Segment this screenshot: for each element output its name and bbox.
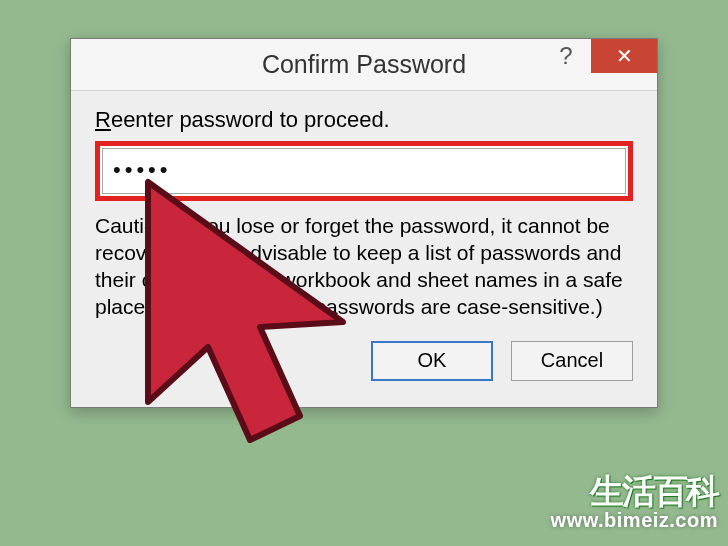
accelerator-letter: R	[95, 107, 111, 132]
confirm-password-dialog: Confirm Password ? ✕ Reenter password to…	[70, 38, 658, 408]
dialog-content: Reenter password to proceed. Caution: If…	[71, 91, 657, 407]
password-field-highlight	[95, 141, 633, 201]
dialog-titlebar[interactable]: Confirm Password ? ✕	[71, 39, 657, 91]
watermark-logo-text: 生活百科	[590, 474, 718, 508]
ok-button-label: OK	[418, 349, 447, 372]
cancel-button-label: Cancel	[541, 349, 603, 372]
watermark-url: www.bimeiz.com	[551, 509, 718, 532]
close-icon: ✕	[616, 44, 633, 68]
titlebar-buttons: ? ✕	[541, 39, 657, 90]
dialog-button-row: OK Cancel	[95, 341, 633, 387]
password-input[interactable]	[102, 148, 626, 194]
close-button[interactable]: ✕	[591, 39, 657, 73]
caution-text: Caution: If you lose or forget the passw…	[95, 213, 633, 321]
reenter-password-label: Reenter password to proceed.	[95, 107, 633, 133]
help-button[interactable]: ?	[541, 39, 591, 73]
ok-button[interactable]: OK	[371, 341, 493, 381]
prompt-rest: eenter password to proceed.	[111, 107, 390, 132]
cancel-button[interactable]: Cancel	[511, 341, 633, 381]
help-icon: ?	[559, 42, 572, 70]
watermark-logo: 生活百科	[590, 474, 718, 508]
